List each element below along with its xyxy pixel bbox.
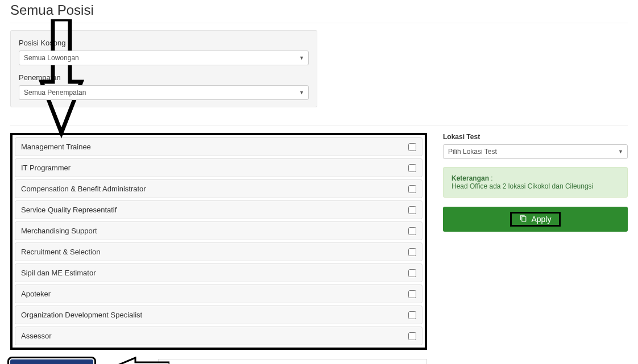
apply-button[interactable]: Apply	[443, 207, 628, 232]
location-test-label: Lokasi Test	[443, 133, 628, 141]
position-label: Management Trainee	[21, 143, 408, 151]
page-title: Semua Posisi	[10, 2, 628, 18]
deposit-note: Jika tidak ada posisi yang anda inginkan…	[158, 359, 427, 364]
position-checkbox[interactable]	[408, 206, 416, 214]
position-item[interactable]: Service Quality Representatif	[15, 200, 422, 219]
position-label: Organization Development Specialist	[21, 311, 408, 319]
position-checkbox[interactable]	[408, 290, 416, 298]
position-label: Service Quality Representatif	[21, 206, 408, 214]
position-label: IT Programmer	[21, 164, 408, 172]
divider	[10, 23, 628, 23]
location-test-select[interactable]: Pilih Lokasi Test	[443, 144, 628, 159]
copy-icon	[520, 215, 529, 224]
filter-panel: Posisi Kosong Semua Lowongan ▼ Penempata…	[10, 30, 317, 107]
vacancy-label: Posisi Kosong	[19, 39, 309, 47]
position-item[interactable]: Assessor	[15, 327, 422, 345]
position-item[interactable]: IT Programmer	[15, 158, 422, 177]
position-label: Apoteker	[21, 290, 408, 298]
vacancy-select[interactable]: Semua Lowongan	[19, 51, 309, 65]
info-title: Keterangan	[451, 174, 489, 182]
position-item[interactable]: Sipil dan ME Estimator	[15, 263, 422, 282]
position-checkbox[interactable]	[408, 269, 416, 277]
position-label: Merchandising Support	[21, 227, 408, 235]
position-item[interactable]: Recruitment & Selection	[15, 242, 422, 261]
divider	[10, 125, 628, 126]
position-label: Sipil dan ME Estimator	[21, 269, 408, 277]
position-label: Recruitment & Selection	[21, 248, 408, 256]
info-box: Keterangan : Head Office ada 2 lokasi Ci…	[443, 167, 628, 198]
position-item[interactable]: Apoteker	[15, 284, 422, 303]
position-checkbox[interactable]	[408, 227, 416, 235]
position-checkbox[interactable]	[408, 311, 416, 319]
position-checkbox[interactable]	[408, 332, 416, 340]
placement-label: Penempatan	[19, 73, 309, 82]
position-label: Compensation & Benefit Administrator	[21, 185, 408, 193]
position-checkbox[interactable]	[408, 185, 416, 193]
position-checkbox[interactable]	[408, 248, 416, 256]
deposit-resume-button[interactable]: Deposite Resume	[10, 359, 93, 364]
position-list: Management TraineeIT ProgrammerCompensat…	[10, 133, 427, 350]
position-item[interactable]: Management Trainee	[15, 137, 422, 156]
position-checkbox[interactable]	[408, 164, 416, 172]
position-item[interactable]: Compensation & Benefit Administrator	[15, 179, 422, 198]
placement-select[interactable]: Semua Penempatan	[19, 85, 309, 100]
position-checkbox[interactable]	[408, 143, 416, 151]
apply-label: Apply	[531, 215, 551, 224]
position-label: Assessor	[21, 332, 408, 340]
position-item[interactable]: Organization Development Specialist	[15, 306, 422, 324]
position-item[interactable]: Merchandising Support	[15, 221, 422, 240]
info-text: Head Office ada 2 lokasi Cikokol dan Cil…	[451, 182, 593, 190]
